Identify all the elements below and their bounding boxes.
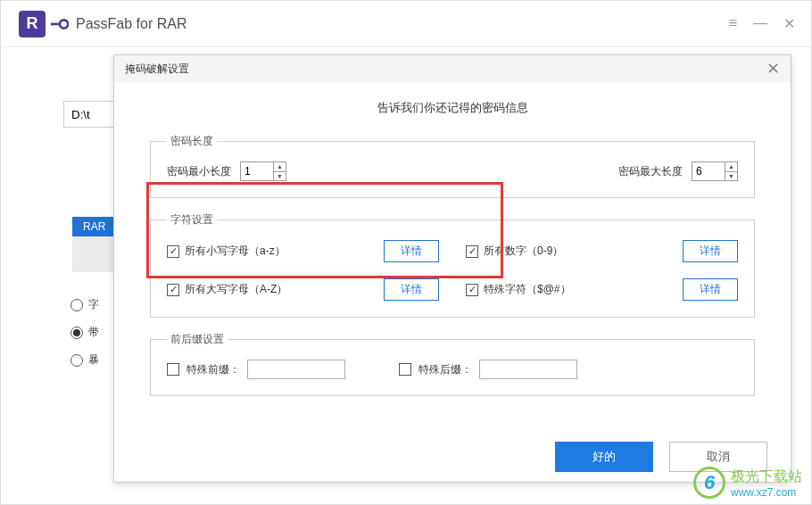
lowercase-row: ✓ 所有小写字母（a-z） 详情 [167,240,439,262]
max-length-control: 密码最大长度 ▲ ▼ [618,161,738,181]
prefix-input[interactable] [247,360,345,379]
app-logo: R [19,11,46,37]
special-label: 特殊字符（$@#） [484,282,571,297]
minimize-icon[interactable]: — [753,15,767,32]
length-fieldset: 密码长度 密码最小长度 ▲ ▼ 密码最大长度 [150,134,755,198]
uppercase-checkbox[interactable]: ✓ [167,284,179,296]
spin-down-icon[interactable]: ▼ [274,172,286,181]
special-checkbox[interactable]: ✓ [466,284,478,296]
suffix-checkbox[interactable] [399,363,411,376]
radio-label: 暴 [88,352,99,368]
min-length-label: 密码最小长度 [167,164,231,179]
menu-icon[interactable]: ≡ [729,15,737,32]
special-row: ✓ 特殊字符（$@#） 详情 [466,278,738,301]
digits-checkbox[interactable]: ✓ [466,245,478,258]
prefix-checkbox[interactable] [167,363,179,376]
app-title: PassFab for RAR [76,16,186,32]
suffix-input[interactable] [479,360,577,379]
affix-fieldset: 前后缀设置 特殊前缀： 特殊后缀： [150,332,755,396]
ok-button[interactable]: 好的 [555,442,653,472]
lowercase-label: 所有小写字母（a-z） [185,244,286,259]
length-legend: 密码长度 [167,134,217,149]
digits-row: ✓ 所有数字（0-9） 详情 [466,240,738,262]
watermark-url: www.xz7.com [731,486,802,499]
charset-fieldset: 字符设置 ✓ 所有小写字母（a-z） 详情 ✓ 所有数字（0-9） 详情 [150,212,755,318]
lowercase-detail-button[interactable]: 详情 [384,240,439,262]
mask-settings-dialog: 掩码破解设置 ✕ 告诉我们你还记得的密码信息 密码长度 密码最小长度 ▲ ▼ [113,54,791,483]
prefix-label: 特殊前缀： [186,362,240,377]
affix-legend: 前后缀设置 [167,332,228,347]
suffix-label: 特殊后缀： [418,362,472,377]
watermark-icon: 6 [693,467,725,499]
dialog-title: 掩码破解设置 [125,62,189,77]
uppercase-label: 所有大写字母（A-Z） [185,282,287,297]
suffix-row: 特殊后缀： [399,360,577,379]
main-window-header: R PassFab for RAR ≡ — ✕ [1,1,811,47]
rar-tab[interactable]: RAR [72,217,116,236]
radio-icon [70,354,83,367]
radio-option-2[interactable]: 带 [70,325,99,340]
uppercase-detail-button[interactable]: 详情 [384,278,439,301]
radio-option-1[interactable]: 字 [70,297,99,312]
dialog-body: 告诉我们你还记得的密码信息 密码长度 密码最小长度 ▲ ▼ 密码最大长度 [114,82,791,432]
max-length-stepper: ▲ ▼ [725,161,738,181]
digits-detail-button[interactable]: 详情 [683,240,738,262]
prefix-row: 特殊前缀： [167,360,345,379]
spin-up-icon[interactable]: ▲ [274,162,286,172]
max-length-label: 密码最大长度 [618,164,683,179]
uppercase-row: ✓ 所有大写字母（A-Z） 详情 [167,278,439,301]
min-length-control: 密码最小长度 ▲ ▼ [167,161,286,181]
dialog-close-icon[interactable]: ✕ [766,59,780,79]
watermark-name: 极光下载站 [731,468,802,486]
radio-icon [70,299,83,311]
svg-point-0 [60,20,68,28]
dialog-header: 掩码破解设置 ✕ [114,55,791,82]
key-icon [51,15,69,33]
close-icon[interactable]: ✕ [783,15,795,32]
spin-down-icon[interactable]: ▼ [725,172,737,181]
radio-label: 字 [88,297,99,312]
spin-up-icon[interactable]: ▲ [725,162,737,172]
radio-icon [70,327,83,339]
radio-option-3[interactable]: 暴 [70,352,99,368]
dialog-instruction: 告诉我们你还记得的密码信息 [150,100,755,116]
min-length-stepper: ▲ ▼ [274,161,286,181]
min-length-input[interactable] [240,161,274,181]
special-detail-button[interactable]: 详情 [683,278,738,301]
digits-label: 所有数字（0-9） [484,244,563,259]
lowercase-checkbox[interactable]: ✓ [167,245,179,258]
logo-letter: R [27,14,38,33]
watermark: 6 极光下载站 www.xz7.com [693,467,802,499]
attack-mode-radios: 字 带 暴 [70,297,99,368]
window-controls: ≡ — ✕ [729,15,795,32]
logo-area: R PassFab for RAR [19,11,186,37]
dialog-footer: 好的 取消 [114,432,791,482]
charset-legend: 字符设置 [167,212,217,228]
radio-label: 带 [88,325,99,340]
max-length-input[interactable] [692,161,725,181]
